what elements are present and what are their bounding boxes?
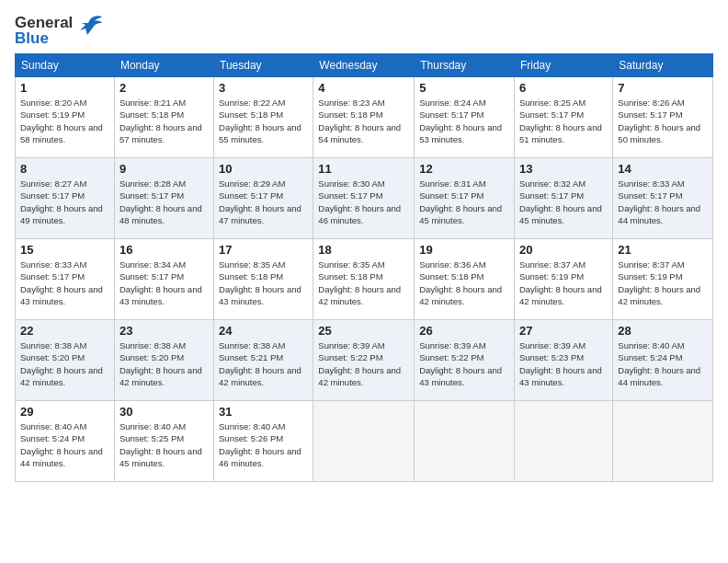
day-number: 11: [318, 162, 409, 176]
day-info: Sunrise: 8:33 AMSunset: 5:17 PMDaylight:…: [20, 259, 109, 307]
calendar-cell: 23 Sunrise: 8:38 AMSunset: 5:20 PMDaylig…: [114, 320, 213, 401]
calendar-cell: 30 Sunrise: 8:40 AMSunset: 5:25 PMDaylig…: [114, 401, 213, 482]
day-info: Sunrise: 8:39 AMSunset: 5:23 PMDaylight:…: [519, 339, 608, 388]
day-info: Sunrise: 8:35 AMSunset: 5:18 PMDaylight:…: [318, 259, 409, 307]
day-number: 22: [20, 324, 109, 338]
day-number: 20: [519, 243, 608, 257]
calendar-cell: 4 Sunrise: 8:23 AMSunset: 5:18 PMDayligh…: [313, 77, 415, 158]
day-info: Sunrise: 8:40 AMSunset: 5:25 PMDaylight:…: [119, 420, 209, 469]
day-number: 13: [519, 162, 608, 176]
calendar-cell: 13 Sunrise: 8:32 AMSunset: 5:17 PMDaylig…: [514, 158, 612, 239]
calendar-cell: 16 Sunrise: 8:34 AMSunset: 5:17 PMDaylig…: [114, 239, 213, 320]
calendar-week-row: 1 Sunrise: 8:20 AMSunset: 5:19 PMDayligh…: [16, 77, 713, 158]
day-number: 23: [119, 324, 209, 338]
day-number: 15: [20, 243, 109, 257]
calendar-cell: 28 Sunrise: 8:40 AMSunset: 5:24 PMDaylig…: [613, 320, 713, 401]
calendar-cell: 9 Sunrise: 8:28 AMSunset: 5:17 PMDayligh…: [114, 158, 213, 239]
calendar-cell: [613, 401, 713, 482]
col-monday: Monday: [114, 54, 213, 77]
day-info: Sunrise: 8:31 AMSunset: 5:17 PMDaylight:…: [419, 178, 509, 226]
day-number: 17: [219, 243, 308, 257]
day-info: Sunrise: 8:35 AMSunset: 5:18 PMDaylight:…: [219, 259, 308, 307]
day-info: Sunrise: 8:33 AMSunset: 5:17 PMDaylight:…: [618, 178, 708, 226]
day-info: Sunrise: 8:32 AMSunset: 5:17 PMDaylight:…: [519, 178, 608, 226]
calendar-cell: 20 Sunrise: 8:37 AMSunset: 5:19 PMDaylig…: [514, 239, 612, 320]
calendar-cell: 24 Sunrise: 8:38 AMSunset: 5:21 PMDaylig…: [214, 320, 313, 401]
col-thursday: Thursday: [415, 54, 515, 77]
page-container: General Blue Sunday Monday Tuesday Wedne…: [0, 0, 728, 489]
calendar-cell: 12 Sunrise: 8:31 AMSunset: 5:17 PMDaylig…: [415, 158, 515, 239]
calendar-cell: 29 Sunrise: 8:40 AMSunset: 5:24 PMDaylig…: [16, 401, 115, 482]
day-number: 30: [119, 405, 209, 419]
day-info: Sunrise: 8:38 AMSunset: 5:20 PMDaylight:…: [119, 339, 209, 388]
logo-bird-icon: [76, 12, 104, 45]
calendar-cell: 7 Sunrise: 8:26 AMSunset: 5:17 PMDayligh…: [613, 77, 713, 158]
day-info: Sunrise: 8:38 AMSunset: 5:21 PMDaylight:…: [219, 339, 308, 388]
calendar-cell: 3 Sunrise: 8:22 AMSunset: 5:18 PMDayligh…: [214, 77, 313, 158]
calendar-cell: 15 Sunrise: 8:33 AMSunset: 5:17 PMDaylig…: [16, 239, 115, 320]
day-info: Sunrise: 8:25 AMSunset: 5:17 PMDaylight:…: [519, 97, 608, 145]
day-number: 2: [119, 81, 209, 95]
calendar-week-row: 8 Sunrise: 8:27 AMSunset: 5:17 PMDayligh…: [16, 158, 713, 239]
day-info: Sunrise: 8:40 AMSunset: 5:26 PMDaylight:…: [219, 420, 308, 469]
calendar-week-row: 22 Sunrise: 8:38 AMSunset: 5:20 PMDaylig…: [16, 320, 713, 401]
day-number: 18: [318, 243, 409, 257]
day-info: Sunrise: 8:40 AMSunset: 5:24 PMDaylight:…: [618, 339, 708, 388]
calendar-cell: 8 Sunrise: 8:27 AMSunset: 5:17 PMDayligh…: [16, 158, 115, 239]
day-info: Sunrise: 8:40 AMSunset: 5:24 PMDaylight:…: [20, 420, 109, 469]
calendar-week-row: 15 Sunrise: 8:33 AMSunset: 5:17 PMDaylig…: [16, 239, 713, 320]
col-tuesday: Tuesday: [214, 54, 313, 77]
day-number: 25: [318, 324, 409, 338]
col-friday: Friday: [514, 54, 612, 77]
calendar-cell: 14 Sunrise: 8:33 AMSunset: 5:17 PMDaylig…: [613, 158, 713, 239]
day-number: 26: [419, 324, 509, 338]
day-info: Sunrise: 8:39 AMSunset: 5:22 PMDaylight:…: [419, 339, 509, 388]
day-info: Sunrise: 8:26 AMSunset: 5:17 PMDaylight:…: [618, 97, 708, 145]
day-number: 9: [119, 162, 209, 176]
calendar-cell: 26 Sunrise: 8:39 AMSunset: 5:22 PMDaylig…: [415, 320, 515, 401]
day-number: 7: [618, 81, 708, 95]
day-info: Sunrise: 8:21 AMSunset: 5:18 PMDaylight:…: [119, 97, 209, 145]
day-number: 10: [219, 162, 308, 176]
day-number: 28: [618, 324, 708, 338]
day-info: Sunrise: 8:37 AMSunset: 5:19 PMDaylight:…: [519, 259, 608, 307]
day-number: 31: [219, 405, 308, 419]
day-number: 5: [419, 81, 509, 95]
col-wednesday: Wednesday: [313, 54, 415, 77]
day-number: 4: [318, 81, 409, 95]
calendar-cell: 10 Sunrise: 8:29 AMSunset: 5:17 PMDaylig…: [214, 158, 313, 239]
calendar-week-row: 29 Sunrise: 8:40 AMSunset: 5:24 PMDaylig…: [16, 401, 713, 482]
day-info: Sunrise: 8:34 AMSunset: 5:17 PMDaylight:…: [119, 259, 209, 307]
calendar-cell: 2 Sunrise: 8:21 AMSunset: 5:18 PMDayligh…: [114, 77, 213, 158]
day-info: Sunrise: 8:24 AMSunset: 5:17 PMDaylight:…: [419, 97, 509, 145]
col-sunday: Sunday: [16, 54, 115, 77]
col-saturday: Saturday: [613, 54, 713, 77]
logo: General Blue: [15, 15, 104, 46]
calendar-cell: 27 Sunrise: 8:39 AMSunset: 5:23 PMDaylig…: [514, 320, 612, 401]
logo-general: General: [15, 15, 73, 30]
calendar-cell: [313, 401, 415, 482]
calendar-cell: 19 Sunrise: 8:36 AMSunset: 5:18 PMDaylig…: [415, 239, 515, 320]
day-number: 16: [119, 243, 209, 257]
day-number: 8: [20, 162, 109, 176]
day-number: 21: [618, 243, 708, 257]
day-number: 29: [20, 405, 109, 419]
day-number: 27: [519, 324, 608, 338]
day-info: Sunrise: 8:23 AMSunset: 5:18 PMDaylight:…: [318, 97, 409, 145]
day-info: Sunrise: 8:37 AMSunset: 5:19 PMDaylight:…: [618, 259, 708, 307]
calendar-cell: 11 Sunrise: 8:30 AMSunset: 5:17 PMDaylig…: [313, 158, 415, 239]
calendar-cell: 21 Sunrise: 8:37 AMSunset: 5:19 PMDaylig…: [613, 239, 713, 320]
calendar-cell: 1 Sunrise: 8:20 AMSunset: 5:19 PMDayligh…: [16, 77, 115, 158]
day-number: 24: [219, 324, 308, 338]
day-number: 6: [519, 81, 608, 95]
calendar-cell: 6 Sunrise: 8:25 AMSunset: 5:17 PMDayligh…: [514, 77, 612, 158]
calendar-cell: 5 Sunrise: 8:24 AMSunset: 5:17 PMDayligh…: [415, 77, 515, 158]
day-number: 1: [20, 81, 109, 95]
day-info: Sunrise: 8:22 AMSunset: 5:18 PMDaylight:…: [219, 97, 308, 145]
day-info: Sunrise: 8:20 AMSunset: 5:19 PMDaylight:…: [20, 97, 109, 145]
day-number: 19: [419, 243, 509, 257]
calendar-cell: [415, 401, 515, 482]
day-info: Sunrise: 8:38 AMSunset: 5:20 PMDaylight:…: [20, 339, 109, 388]
day-info: Sunrise: 8:27 AMSunset: 5:17 PMDaylight:…: [20, 178, 109, 226]
calendar-cell: 18 Sunrise: 8:35 AMSunset: 5:18 PMDaylig…: [313, 239, 415, 320]
